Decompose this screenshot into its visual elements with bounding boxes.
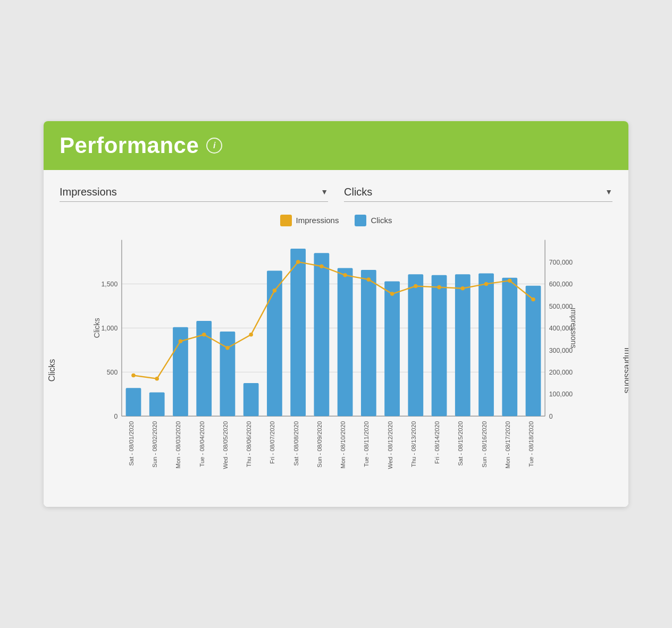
svg-point-47 bbox=[367, 277, 371, 282]
svg-text:Mon - 08/17/2020: Mon - 08/17/2020 bbox=[505, 421, 511, 468]
svg-point-52 bbox=[484, 282, 489, 286]
clicks-dropdown[interactable]: Clicks ▼ bbox=[344, 186, 612, 202]
svg-rect-35 bbox=[502, 277, 517, 415]
impressions-dropdown-label: Impressions bbox=[60, 186, 117, 198]
svg-point-54 bbox=[531, 297, 535, 301]
clicks-dropdown-arrow: ▼ bbox=[605, 188, 612, 196]
impressions-swatch bbox=[280, 215, 292, 226]
svg-text:Sun - 08/16/2020: Sun - 08/16/2020 bbox=[481, 421, 488, 467]
svg-text:Fri - 08/07/2020: Fri - 08/07/2020 bbox=[269, 421, 275, 463]
legend-clicks: Clicks bbox=[355, 215, 392, 226]
svg-point-38 bbox=[155, 376, 159, 380]
svg-text:600,000: 600,000 bbox=[549, 281, 573, 288]
page-title: Performance bbox=[60, 133, 199, 158]
svg-text:100,000: 100,000 bbox=[549, 391, 573, 398]
svg-text:0: 0 bbox=[549, 413, 553, 420]
svg-point-48 bbox=[390, 292, 394, 296]
svg-text:Thu - 08/13/2020: Thu - 08/13/2020 bbox=[410, 421, 417, 467]
svg-text:Tue - 08/11/2020: Tue - 08/11/2020 bbox=[363, 421, 369, 466]
svg-rect-31 bbox=[408, 274, 423, 416]
svg-rect-33 bbox=[455, 274, 471, 416]
clicks-swatch bbox=[355, 215, 366, 226]
legend-impressions-label: Impressions bbox=[296, 216, 339, 225]
clicks-dropdown-label: Clicks bbox=[344, 186, 372, 198]
performance-card: Performance i Impressions ▼ Clicks ▼ Imp… bbox=[44, 121, 628, 507]
svg-text:Mon - 08/03/2020: Mon - 08/03/2020 bbox=[175, 421, 181, 468]
svg-rect-27 bbox=[314, 253, 330, 416]
svg-rect-29 bbox=[361, 269, 376, 415]
svg-point-51 bbox=[461, 286, 465, 290]
svg-text:Thu - 08/06/2020: Thu - 08/06/2020 bbox=[246, 421, 252, 467]
svg-point-49 bbox=[414, 284, 418, 288]
svg-point-45 bbox=[320, 264, 324, 268]
svg-point-44 bbox=[296, 260, 300, 264]
chart-legend: Impressions Clicks bbox=[60, 215, 612, 226]
card-header: Performance i bbox=[44, 121, 628, 170]
svg-rect-24 bbox=[243, 383, 259, 416]
svg-text:Tue - 08/04/2020: Tue - 08/04/2020 bbox=[199, 421, 205, 466]
svg-text:1,000: 1,000 bbox=[101, 325, 117, 332]
svg-point-37 bbox=[131, 373, 136, 377]
card-body: Impressions ▼ Clicks ▼ Impressions Click… bbox=[44, 170, 628, 507]
svg-point-53 bbox=[508, 278, 512, 283]
y-axis-left-label: Clicks bbox=[47, 359, 57, 382]
svg-text:Wed - 08/12/2020: Wed - 08/12/2020 bbox=[387, 421, 393, 469]
svg-text:Fri - 08/14/2020: Fri - 08/14/2020 bbox=[434, 421, 440, 463]
svg-point-41 bbox=[225, 345, 230, 350]
svg-text:500: 500 bbox=[107, 369, 118, 376]
svg-text:1,500: 1,500 bbox=[101, 281, 117, 288]
svg-text:Sun - 08/09/2020: Sun - 08/09/2020 bbox=[316, 421, 323, 467]
svg-rect-26 bbox=[290, 249, 306, 416]
legend-clicks-label: Clicks bbox=[371, 216, 392, 225]
svg-point-40 bbox=[202, 333, 206, 337]
svg-text:700,000: 700,000 bbox=[549, 258, 573, 266]
chart-svg: 05001,0001,5000100,000200,000300,000400,… bbox=[91, 235, 575, 497]
svg-text:Impressions: Impressions bbox=[569, 308, 575, 349]
svg-rect-30 bbox=[384, 281, 400, 416]
svg-rect-19 bbox=[126, 388, 141, 416]
svg-rect-32 bbox=[432, 275, 447, 415]
svg-text:Mon - 08/10/2020: Mon - 08/10/2020 bbox=[340, 421, 346, 468]
svg-text:Sun - 08/02/2020: Sun - 08/02/2020 bbox=[152, 421, 158, 467]
impressions-dropdown[interactable]: Impressions ▼ bbox=[60, 186, 328, 202]
svg-text:300,000: 300,000 bbox=[549, 346, 573, 354]
dropdowns-row: Impressions ▼ Clicks ▼ bbox=[60, 186, 612, 202]
svg-text:Tue - 08/18/2020: Tue - 08/18/2020 bbox=[528, 421, 534, 466]
svg-point-43 bbox=[273, 288, 277, 293]
svg-text:Sat - 08/08/2020: Sat - 08/08/2020 bbox=[293, 421, 299, 465]
y-axis-right-label: Impressions bbox=[623, 347, 628, 393]
impressions-dropdown-arrow: ▼ bbox=[321, 188, 328, 196]
svg-text:400,000: 400,000 bbox=[549, 325, 573, 332]
svg-text:500,000: 500,000 bbox=[549, 302, 573, 310]
svg-point-50 bbox=[437, 285, 441, 289]
svg-text:200,000: 200,000 bbox=[549, 369, 573, 376]
svg-point-42 bbox=[249, 333, 253, 337]
svg-text:0: 0 bbox=[114, 413, 117, 420]
svg-point-46 bbox=[343, 273, 347, 277]
svg-rect-34 bbox=[478, 273, 494, 416]
legend-impressions: Impressions bbox=[280, 215, 339, 226]
svg-text:Sat - 08/15/2020: Sat - 08/15/2020 bbox=[457, 421, 464, 465]
svg-rect-28 bbox=[338, 268, 353, 416]
svg-rect-20 bbox=[149, 392, 165, 416]
svg-text:Clicks: Clicks bbox=[93, 318, 101, 338]
svg-rect-36 bbox=[526, 285, 541, 416]
svg-text:Wed - 08/05/2020: Wed - 08/05/2020 bbox=[222, 421, 229, 469]
svg-point-39 bbox=[179, 339, 183, 343]
svg-text:Sat - 08/01/2020: Sat - 08/01/2020 bbox=[128, 421, 135, 465]
chart-area: Impressions Clicks Clicks Impressions 05… bbox=[60, 215, 612, 497]
info-icon[interactable]: i bbox=[206, 138, 222, 154]
